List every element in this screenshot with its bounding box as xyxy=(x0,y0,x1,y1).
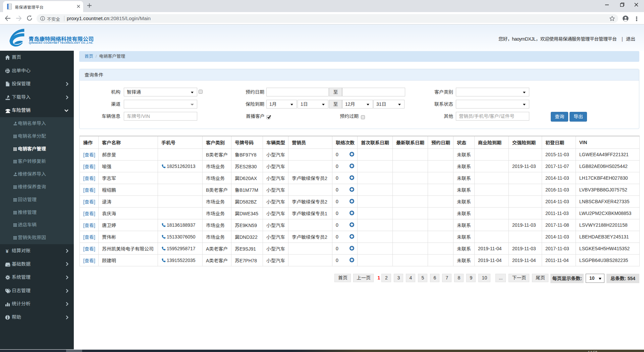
svg-text:¥: ¥ xyxy=(6,248,9,254)
